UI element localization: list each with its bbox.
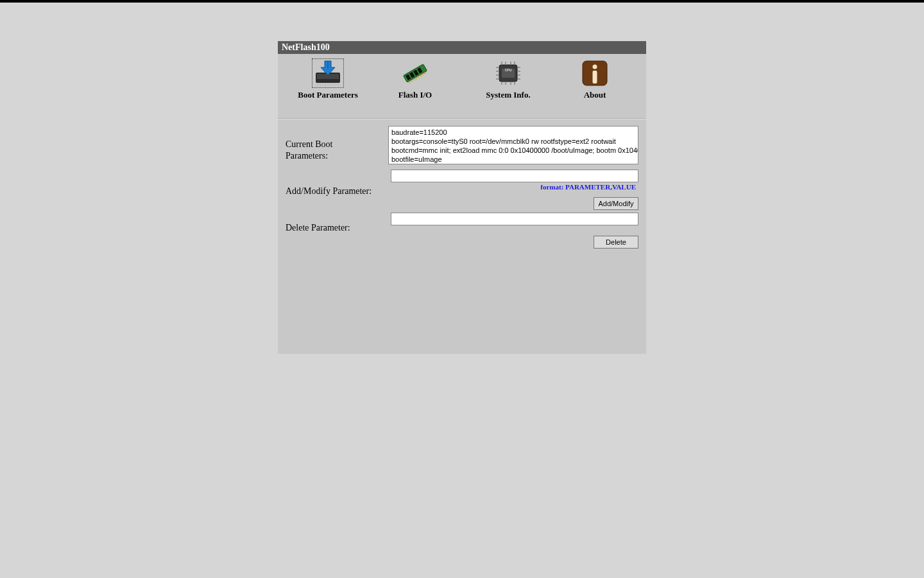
svg-rect-9 xyxy=(335,83,336,86)
row-delete: Delete Parameter: Delete xyxy=(286,213,638,249)
title-bar: NetFlash100 xyxy=(278,41,646,54)
svg-rect-8 xyxy=(332,83,334,86)
nav-flash-io-label: Flash I/O xyxy=(370,90,460,100)
current-params-label: Current Boot Parameters: xyxy=(286,126,388,167)
nav-system-info-label: System Info. xyxy=(460,90,556,100)
nav-system-info[interactable]: CPU System Info. xyxy=(460,59,556,100)
svg-rect-3 xyxy=(320,83,321,86)
nav-bar: Boot Parameters xyxy=(278,54,646,119)
delete-button[interactable]: Delete xyxy=(594,236,638,249)
svg-text:CPU: CPU xyxy=(505,68,512,72)
svg-rect-4 xyxy=(322,83,323,86)
nav-about[interactable]: About xyxy=(556,59,633,100)
svg-rect-6 xyxy=(327,83,329,86)
add-modify-hint: format: PARAMETER,VALUE xyxy=(391,183,638,191)
row-add-modify: Add/Modify Parameter: format: PARAMETER,… xyxy=(286,170,638,210)
svg-rect-5 xyxy=(325,83,326,86)
info-icon xyxy=(579,59,610,87)
nav-boot-parameters-label: Boot Parameters xyxy=(286,90,370,100)
svg-rect-10 xyxy=(338,83,339,86)
cpu-chip-icon: CPU xyxy=(493,59,524,87)
svg-rect-45 xyxy=(593,71,597,83)
app-title: NetFlash100 xyxy=(282,42,330,52)
svg-rect-2 xyxy=(317,83,318,86)
window-top-border xyxy=(0,0,924,3)
svg-rect-7 xyxy=(330,83,331,86)
svg-point-44 xyxy=(593,65,597,69)
nav-boot-parameters[interactable]: Boot Parameters xyxy=(286,59,370,100)
add-modify-label: Add/Modify Parameter: xyxy=(286,170,391,210)
nav-flash-io[interactable]: Flash I/O xyxy=(370,59,460,100)
add-modify-button[interactable]: Add/Modify xyxy=(594,197,638,210)
current-params-textarea[interactable] xyxy=(388,126,638,164)
nav-about-label: About xyxy=(556,90,633,100)
content-area: Current Boot Parameters: Add/Modify Para… xyxy=(278,119,646,354)
app-panel: NetFlash100 Boot Parameters xyxy=(278,41,646,354)
chip-download-icon xyxy=(312,59,343,87)
row-current-params: Current Boot Parameters: xyxy=(286,126,638,167)
add-modify-input[interactable] xyxy=(391,170,638,182)
ram-stick-icon xyxy=(400,59,431,87)
delete-input[interactable] xyxy=(391,213,638,225)
delete-label: Delete Parameter: xyxy=(286,213,391,249)
